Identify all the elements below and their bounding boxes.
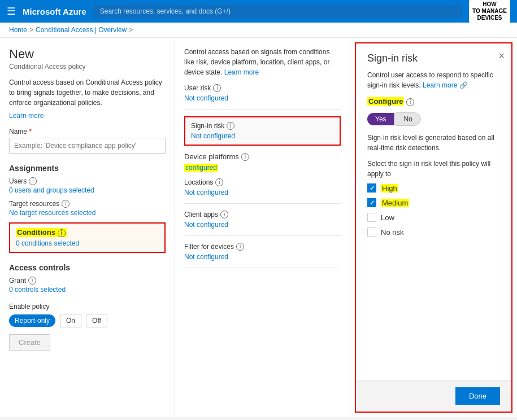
target-label: Target resources i (9, 200, 166, 208)
conditions-info-icon[interactable]: i (58, 229, 66, 237)
conditions-value[interactable]: 0 conditions selected (16, 239, 159, 247)
yes-no-toggle: Yes No (367, 112, 500, 126)
client-apps-value[interactable]: Not configured (184, 221, 341, 229)
signin-risk-condition-box[interactable]: Sign-in risk i Not configured (184, 116, 341, 146)
grant-label: Grant i (9, 277, 166, 285)
users-value[interactable]: 0 users and groups selected (9, 186, 166, 194)
grant-info-icon[interactable]: i (28, 277, 36, 285)
device-platforms-value[interactable]: configured (184, 163, 341, 172)
target-value[interactable]: No target resources selected (9, 209, 166, 217)
grant-assignment: Grant i 0 controls selected (9, 277, 166, 294)
medium-label: Medium (381, 199, 409, 207)
conditions-box[interactable]: Conditions i 0 conditions selected (9, 222, 166, 253)
name-field-group: Name * (9, 128, 166, 154)
device-platforms-condition: Device platforms i configured (184, 152, 341, 172)
filter-label: Filter for devices i (184, 243, 341, 251)
left-learn-more-link[interactable]: Learn more (9, 112, 44, 120)
high-checkbox[interactable]: ✓ (367, 183, 376, 193)
configure-label-wrapper: Configure i (367, 97, 500, 109)
client-apps-condition: Client apps i Not configured (184, 211, 341, 236)
access-controls-section: Access controls Grant i 0 controls selec… (9, 263, 166, 294)
target-resources-assignment: Target resources i No target resources s… (9, 200, 166, 217)
breadcrumb-parent[interactable]: Conditional Access | Overview (36, 26, 127, 34)
client-apps-label: Client apps i (184, 211, 341, 218)
signin-risk-label: Sign-in risk i (191, 122, 334, 130)
user-risk-value[interactable]: Not configured (184, 94, 341, 102)
middle-description: Control access based on signals from con… (184, 47, 341, 77)
middle-learn-more-link[interactable]: Learn more (224, 68, 259, 76)
assignments-section-title: Assignments (9, 164, 166, 173)
configure-section: Configure i Yes No (367, 97, 500, 126)
done-button[interactable]: Done (455, 387, 500, 405)
medium-checkmark: ✓ (370, 199, 375, 207)
breadcrumb: Home > Conditional Access | Overview > (0, 23, 517, 38)
access-controls-title: Access controls (9, 263, 166, 272)
norisk-checkbox[interactable] (367, 228, 376, 237)
breadcrumb-home[interactable]: Home (9, 26, 27, 34)
name-input[interactable] (9, 138, 166, 154)
configure-info-icon[interactable]: i (406, 98, 414, 106)
locations-value[interactable]: Not configured (184, 189, 341, 196)
user-risk-info-icon[interactable]: i (213, 84, 221, 92)
policy-description: Control access based on Conditional Acce… (9, 77, 166, 108)
grant-value[interactable]: 0 controls selected (9, 286, 166, 294)
target-info-icon[interactable]: i (62, 200, 69, 208)
filter-info-icon[interactable]: i (236, 243, 244, 251)
right-learn-more-link[interactable]: Learn more (423, 81, 457, 89)
report-only-button[interactable]: Report-only (9, 314, 55, 327)
user-risk-label: User risk i (184, 84, 341, 92)
enable-policy-section: Enable policy Report-only On Off (9, 303, 166, 327)
main-container: New Conditional Access policy Control ac… (0, 38, 517, 417)
signin-risk-value[interactable]: Not configured (191, 132, 334, 140)
no-risk-checkbox-item: No risk (367, 228, 500, 237)
app-title: Microsoft Azure (23, 7, 86, 16)
page-title: New (9, 47, 166, 62)
left-panel: New Conditional Access policy Control ac… (0, 38, 175, 417)
users-assignment: Users i 0 users and groups selected (9, 177, 166, 194)
conditions-label: Conditions i (16, 228, 67, 237)
off-button[interactable]: Off (86, 314, 107, 327)
low-risk-checkbox-item: Low (367, 213, 500, 222)
user-risk-condition: User risk i Not configured (184, 84, 341, 110)
no-button[interactable]: No (396, 112, 421, 126)
high-checkmark: ✓ (370, 185, 375, 192)
enable-label: Enable policy (9, 303, 166, 310)
policy-toggle-group: Report-only On Off (9, 314, 166, 327)
topbar: ☰ Microsoft Azure HOW TO MANAGE DEVICES (0, 0, 517, 23)
low-checkbox[interactable] (367, 213, 376, 222)
risk-description-1: Sign-in risk level is generated based on… (367, 133, 500, 153)
breadcrumb-sep1: > (29, 26, 33, 34)
hamburger-icon[interactable]: ☰ (7, 5, 16, 18)
on-button[interactable]: On (60, 314, 81, 327)
risk-select-label: Select the sign-in risk level this polic… (367, 159, 500, 179)
medium-checkbox[interactable]: ✓ (367, 198, 376, 207)
close-button[interactable]: × (498, 50, 505, 62)
breadcrumb-sep2: > (129, 26, 133, 34)
locations-info-icon[interactable]: i (215, 178, 223, 186)
client-apps-info-icon[interactable]: i (220, 211, 228, 218)
create-button[interactable]: Create (9, 334, 50, 351)
logo: HOW TO MANAGE DEVICES (469, 0, 510, 23)
name-label: Name * (9, 128, 166, 135)
norisk-label: No risk (381, 228, 403, 237)
done-footer: Done (356, 380, 511, 412)
low-label: Low (381, 213, 394, 222)
panel-title: Sign-in risk (367, 53, 500, 64)
search-input[interactable] (93, 5, 462, 18)
filter-value[interactable]: Not configured (184, 253, 341, 261)
yes-button[interactable]: Yes (367, 113, 394, 125)
medium-risk-checkbox-item: ✓ Medium (367, 198, 500, 207)
users-info-icon[interactable]: i (29, 177, 37, 185)
page-subtitle: Conditional Access policy (9, 63, 166, 71)
signin-risk-panel: Sign-in risk × Control user access to re… (355, 42, 512, 413)
device-platforms-info-icon[interactable]: i (241, 153, 249, 161)
panel-description: Control user access to respond to specif… (367, 70, 500, 90)
high-label: High (381, 184, 398, 193)
locations-condition: Locations i Not configured (184, 178, 341, 204)
locations-label: Locations i (184, 178, 341, 186)
high-risk-checkbox-item: ✓ High (367, 183, 500, 193)
middle-panel: Control access based on signals from con… (175, 38, 350, 417)
users-label: Users i (9, 177, 166, 185)
device-platforms-label: Device platforms i (184, 152, 341, 161)
signin-risk-info-icon[interactable]: i (227, 122, 234, 130)
